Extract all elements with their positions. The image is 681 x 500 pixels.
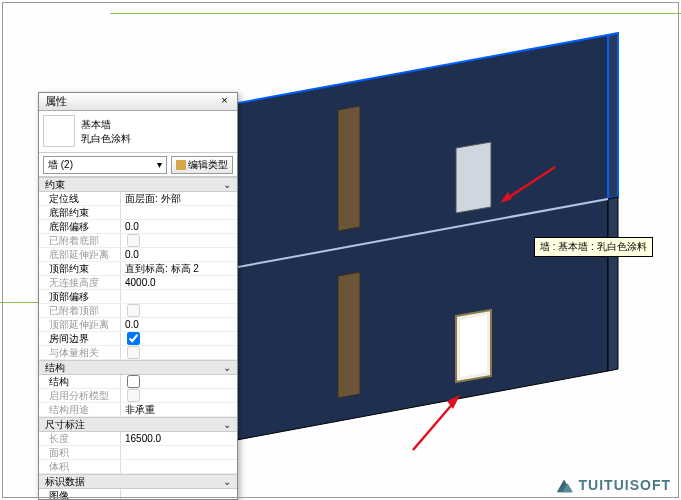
prop-label: 顶部偏移 — [39, 290, 121, 303]
group-header-label: 标识数据 — [45, 475, 85, 489]
prop-row[interactable]: 结构用途非承重 — [39, 403, 237, 417]
expand-icon[interactable]: ⌄ — [223, 476, 231, 487]
prop-value[interactable] — [121, 206, 237, 219]
element-tooltip: 墙 : 基本墙 : 乳白色涂料 — [534, 237, 653, 257]
type-thumbnail — [43, 115, 75, 147]
prop-label: 体积 — [39, 460, 121, 473]
watermark-text: TUITUISOFT — [579, 477, 671, 493]
prop-label: 面积 — [39, 446, 121, 459]
chevron-down-icon: ▾ — [157, 159, 162, 170]
prop-row[interactable]: 顶部偏移 — [39, 290, 237, 304]
prop-row[interactable]: 顶部延伸距离0.0 — [39, 318, 237, 332]
wall-lower-side — [608, 197, 618, 371]
group-header-constraint[interactable]: 约束⌄ — [39, 177, 237, 192]
wall-upper-side — [608, 33, 618, 199]
svg-marker-1 — [500, 192, 512, 203]
prop-value[interactable] — [121, 489, 237, 499]
type-family: 基本墙 — [81, 118, 131, 132]
prop-row[interactable]: 房间边界 — [39, 332, 237, 346]
svg-line-2 — [413, 401, 455, 450]
prop-label: 底部偏移 — [39, 220, 121, 233]
type-name: 乳白色涂料 — [81, 132, 131, 146]
prop-value[interactable]: 直到标高: 标高 2 — [121, 262, 237, 275]
prop-label: 启用分析模型 — [39, 389, 121, 402]
prop-row[interactable]: 面积 — [39, 446, 237, 460]
properties-panel: 属性 × 基本墙 乳白色涂料 墙 (2) ▾ 编辑类型 约束⌄定位线面层面: 外… — [38, 92, 238, 500]
edit-type-label: 编辑类型 — [188, 158, 228, 172]
prop-value[interactable] — [121, 290, 237, 303]
prop-row[interactable]: 底部约束 — [39, 206, 237, 220]
prop-label: 已附着顶部 — [39, 304, 121, 317]
prop-label: 已附着底部 — [39, 234, 121, 247]
prop-row[interactable]: 结构 — [39, 375, 237, 389]
prop-label: 底部约束 — [39, 206, 121, 219]
expand-icon[interactable]: ⌄ — [223, 362, 231, 373]
prop-value[interactable] — [121, 332, 237, 345]
prop-row[interactable]: 已附着顶部 — [39, 304, 237, 318]
prop-value — [121, 460, 237, 473]
prop-checkbox — [127, 234, 140, 247]
prop-row[interactable]: 已附着底部 — [39, 234, 237, 248]
prop-value[interactable] — [121, 375, 237, 388]
prop-row[interactable]: 底部偏移0.0 — [39, 220, 237, 234]
prop-value — [121, 389, 237, 402]
prop-row[interactable]: 与体量相关 — [39, 346, 237, 360]
prop-checkbox[interactable] — [127, 375, 140, 388]
watermark-icon — [553, 476, 575, 494]
prop-checkbox — [127, 346, 140, 359]
prop-label: 顶部延伸距离 — [39, 318, 121, 331]
instance-label: 墙 (2) — [48, 158, 73, 172]
prop-checkbox — [127, 304, 140, 317]
watermark: TUITUISOFT — [553, 476, 671, 494]
prop-value: 4000.0 — [121, 276, 237, 289]
door-lower-2 — [338, 272, 360, 398]
prop-value[interactable]: 0.0 — [121, 220, 237, 233]
prop-label: 长度 — [39, 432, 121, 445]
group-header-label: 尺寸标注 — [45, 418, 85, 432]
expand-icon[interactable]: ⌄ — [223, 419, 231, 430]
properties-list[interactable]: 约束⌄定位线面层面: 外部底部约束底部偏移0.0已附着底部底部延伸距离0.0顶部… — [39, 177, 237, 499]
prop-label: 顶部约束 — [39, 262, 121, 275]
prop-value[interactable]: 面层面: 外部 — [121, 192, 237, 205]
type-selector[interactable]: 基本墙 乳白色涂料 — [39, 111, 237, 153]
prop-row[interactable]: 启用分析模型 — [39, 389, 237, 403]
annotation-arrow-1 — [500, 165, 560, 205]
prop-checkbox[interactable] — [127, 332, 140, 345]
prop-label: 结构用途 — [39, 403, 121, 416]
prop-label: 无连接高度 — [39, 276, 121, 289]
type-text: 基本墙 乳白色涂料 — [81, 115, 131, 148]
close-icon[interactable]: × — [218, 95, 231, 108]
panel-title-text: 属性 — [45, 94, 67, 109]
window-upper — [456, 142, 491, 213]
edit-type-icon — [176, 160, 186, 170]
prop-value — [121, 346, 237, 359]
prop-value: 非承重 — [121, 403, 237, 416]
prop-value: 0.0 — [121, 248, 237, 261]
prop-value — [121, 234, 237, 247]
group-header-label: 约束 — [45, 178, 65, 192]
prop-value: 16500.0 — [121, 432, 237, 445]
prop-checkbox — [127, 389, 140, 402]
prop-value — [121, 304, 237, 317]
expand-icon[interactable]: ⌄ — [223, 179, 231, 190]
prop-row[interactable]: 图像 — [39, 489, 237, 499]
prop-row[interactable]: 底部延伸距离0.0 — [39, 248, 237, 262]
prop-row[interactable]: 无连接高度4000.0 — [39, 276, 237, 290]
prop-label: 底部延伸距离 — [39, 248, 121, 261]
prop-label: 图像 — [39, 489, 121, 499]
prop-row[interactable]: 顶部约束直到标高: 标高 2 — [39, 262, 237, 276]
prop-row[interactable]: 体积 — [39, 460, 237, 474]
panel-titlebar[interactable]: 属性 × — [39, 93, 237, 111]
group-header-id[interactable]: 标识数据⌄ — [39, 474, 237, 489]
prop-value: 0.0 — [121, 318, 237, 331]
prop-row[interactable]: 定位线面层面: 外部 — [39, 192, 237, 206]
door-upper-2 — [338, 106, 360, 231]
group-header-structure[interactable]: 结构⌄ — [39, 360, 237, 375]
annotation-arrow-2 — [405, 395, 465, 455]
prop-label: 与体量相关 — [39, 346, 121, 359]
instance-selector[interactable]: 墙 (2) ▾ — [43, 156, 167, 174]
edit-type-button[interactable]: 编辑类型 — [171, 156, 233, 174]
prop-row[interactable]: 长度16500.0 — [39, 432, 237, 446]
group-header-dim[interactable]: 尺寸标注⌄ — [39, 417, 237, 432]
prop-value — [121, 446, 237, 459]
